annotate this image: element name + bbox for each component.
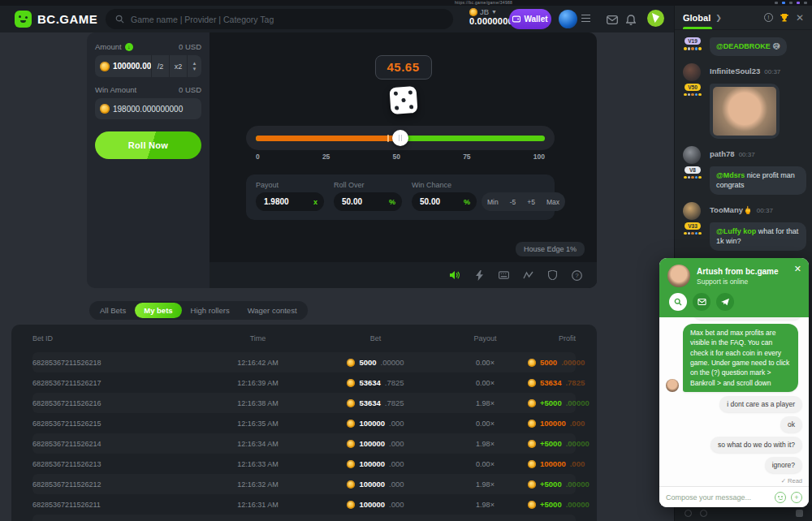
tab-all-bets[interactable]: All Bets: [91, 303, 135, 318]
bet-time: 12:16:35 AM: [207, 420, 309, 428]
chat-image[interactable]: [713, 87, 776, 136]
chat-rules-icon[interactable]: !: [764, 13, 773, 22]
slider-track[interactable]: [256, 136, 545, 141]
bet-row[interactable]: 6828536721152621312:16:33 AM100000.0000.…: [32, 454, 576, 474]
menu-icon[interactable]: [581, 15, 590, 22]
bet-profit: 100000.000: [528, 419, 585, 428]
bc-game-dice-page: https://bc.game/game/34988 BC.GAME Game …: [0, 0, 812, 521]
bet-time: 12:16:39 AM: [207, 379, 309, 387]
col-time: Time: [207, 334, 309, 342]
bet-amount: 53634.7825: [309, 378, 443, 387]
support-bot-icon[interactable]: [647, 10, 664, 27]
attach-plus-icon[interactable]: +: [791, 492, 802, 503]
medals: [684, 232, 702, 235]
chance-min-button[interactable]: Min: [482, 198, 504, 206]
chat-user-avatar[interactable]: [683, 63, 701, 81]
messages-icon[interactable]: [605, 12, 620, 27]
hotkeys-keyboard-icon[interactable]: [499, 270, 509, 281]
bet-payout: 0.00×: [443, 420, 528, 428]
chat-user-avatar[interactable]: [683, 202, 701, 220]
roll-now-button[interactable]: Roll Now: [95, 131, 201, 159]
coin-icon: [528, 460, 536, 468]
win-amount-group: [95, 98, 201, 119]
wallet-button[interactable]: Wallet: [509, 9, 551, 29]
user-mention[interactable]: @Luffy kop: [716, 227, 756, 235]
tab-wager-contest[interactable]: Wager contest: [239, 303, 306, 318]
user-mention[interactable]: @Mdsrs: [716, 171, 745, 179]
help-icon[interactable]: ?: [572, 270, 582, 281]
bet-row[interactable]: 6828536721152621212:16:32 AM100000.0001.…: [32, 474, 576, 494]
bet-row[interactable]: 6828536721152621512:16:35 AM100000.0000.…: [32, 413, 576, 433]
chat-input-strip[interactable]: [675, 505, 812, 521]
win-chance-field: %: [412, 192, 477, 211]
chat-username[interactable]: InfiniteSoul23: [710, 67, 760, 75]
instant-bet-icon[interactable]: [474, 270, 485, 281]
chance-5-button[interactable]: +5: [521, 198, 541, 206]
browser-extension-icons[interactable]: [775, 2, 807, 4]
support-telegram-icon[interactable]: [716, 293, 734, 311]
slider-knob[interactable]: [392, 130, 408, 146]
chat-timestamp: 00:37: [764, 68, 780, 75]
win-amount-input[interactable]: [113, 105, 201, 114]
bet-row[interactable]: 6828536721152621812:16:42 AM5000.000000.…: [32, 352, 576, 372]
bet-amount: 100000.000: [309, 459, 443, 468]
bc-game-logo[interactable]: BC.GAME: [15, 11, 97, 28]
bet-row[interactable]: 6828536721152621612:16:38 AM53634.78251.…: [32, 393, 576, 413]
trophy-icon[interactable]: [780, 13, 789, 22]
tab-high-rollers[interactable]: High rollers: [182, 303, 239, 318]
volume-icon[interactable]: [450, 270, 460, 281]
chance-max-button[interactable]: Max: [541, 198, 565, 206]
bet-row[interactable]: 6828536721152621112:16:31 AM100000.0001.…: [32, 494, 576, 515]
emoji-icon[interactable]: [685, 510, 692, 517]
win-chance-input[interactable]: [420, 197, 457, 206]
tab-my-bets[interactable]: My bets: [135, 303, 181, 318]
support-email-icon[interactable]: [693, 293, 710, 311]
notifications-bell-icon[interactable]: [624, 12, 638, 27]
roll-over-input[interactable]: [342, 197, 384, 206]
bet-time: 12:16:38 AM: [207, 399, 309, 407]
coin-icon: [528, 399, 536, 407]
half-bet-button[interactable]: /2: [151, 55, 169, 77]
chat-username[interactable]: TooMany🖕: [710, 205, 753, 214]
step-up-icon[interactable]: ▲: [192, 61, 197, 67]
step-down-icon[interactable]: ▼: [192, 67, 197, 72]
bet-profit: +5000.00000: [528, 398, 590, 407]
chat-channel-selector[interactable]: Global: [683, 13, 710, 23]
chat-close-icon[interactable]: ✕: [796, 13, 804, 23]
support-user-message: so maybe this is a bug i found?: [693, 317, 802, 320]
bet-profit: +5000.00000: [528, 480, 590, 489]
fairness-icon[interactable]: [547, 270, 558, 281]
support-compose-input[interactable]: [666, 493, 770, 502]
bet-row[interactable]: 6828536721152621712:16:39 AM53634.78250.…: [32, 372, 576, 393]
bet-profit: +5000.00000: [528, 500, 590, 509]
send-icon[interactable]: [796, 510, 803, 517]
chance-5-button[interactable]: -5: [504, 198, 522, 206]
user-mention[interactable]: @DEADBROKE: [716, 42, 771, 50]
chat-user-avatar[interactable]: [683, 146, 701, 164]
roll-slider: [246, 126, 555, 150]
game-search-input[interactable]: Game name | Provider | Category Tag: [106, 9, 453, 29]
agent-avatar-small: [666, 379, 679, 392]
amount-stepper[interactable]: ▲▼: [187, 55, 201, 77]
bet-amount-input[interactable]: [113, 62, 151, 71]
win-chance-quick-buttons: Min-5+5Max: [482, 192, 565, 211]
bet-row[interactable]: 6828536721152621412:16:34 AM100000.0001.…: [32, 433, 576, 454]
agent-name: Artush from bc.game: [697, 267, 779, 276]
bet-controls: Amount↓ 0 USD /2 x2 ▲▼ Win Amount 0 USD …: [87, 32, 209, 288]
browser-url[interactable]: https://bc.game/game/34988: [455, 0, 512, 5]
currency-toggle-icon[interactable]: ↓: [125, 43, 133, 51]
double-bet-button[interactable]: x2: [169, 55, 187, 77]
chat-username[interactable]: path78: [710, 149, 735, 158]
payout-input[interactable]: [264, 197, 306, 206]
support-close-icon[interactable]: ✕: [794, 264, 801, 274]
user-avatar[interactable]: [559, 10, 577, 28]
bet-profit: +5000.00000: [528, 439, 590, 448]
at-mention-icon[interactable]: [700, 510, 707, 517]
support-search-icon[interactable]: [669, 293, 687, 311]
emoji-picker-icon[interactable]: [775, 492, 786, 503]
coin-icon: [528, 440, 536, 448]
bet-row[interactable]: 6828536721152621012:16:30 AM100000.0001.…: [32, 515, 576, 521]
chevron-right-icon[interactable]: ❯: [715, 14, 722, 22]
live-stats-icon[interactable]: [523, 270, 533, 281]
bet-id: 68285367211526211: [32, 501, 207, 509]
